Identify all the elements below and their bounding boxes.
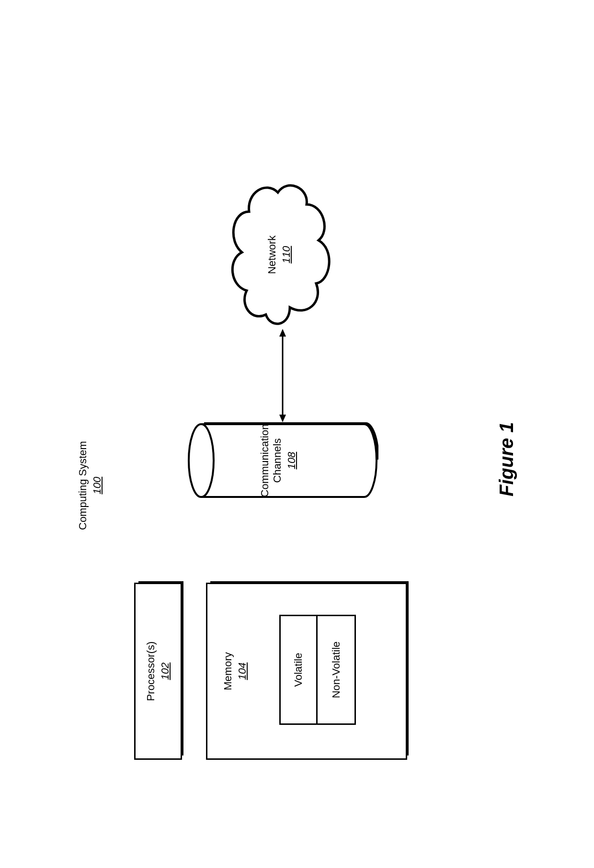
communication-channels-cylinder: Communication Channels 108	[187, 422, 378, 499]
svg-marker-2	[279, 415, 286, 422]
title-ref: 100	[91, 441, 103, 530]
memory-ref: 104	[236, 584, 249, 758]
comm-label2: Channels	[271, 422, 284, 499]
memory-inner-table: Volatile Non-Volatile	[279, 615, 356, 725]
nonvolatile-row: Non-Volatile	[318, 615, 356, 725]
comm-label1: Communication	[259, 422, 271, 499]
svg-point-0	[189, 424, 214, 497]
processor-label: Processor(s)	[145, 584, 157, 758]
diagram-title: Computing System 100	[77, 441, 103, 530]
memory-box: Memory 104 Volatile Non-Volatile	[206, 583, 407, 760]
volatile-row: Volatile	[279, 615, 318, 725]
bidirectional-arrow	[278, 329, 287, 422]
network-label: Network	[266, 178, 278, 331]
network-cloud: Network 110	[223, 178, 338, 331]
figure-label: Figure 1	[496, 422, 517, 496]
processor-ref: 102	[159, 584, 171, 758]
comm-text: Communication Channels 108	[259, 422, 298, 499]
memory-label: Memory	[222, 584, 234, 758]
title-label: Computing System	[77, 441, 89, 530]
diagram-container: Computing System 100 Processor(s) 102 Me…	[57, 75, 537, 793]
comm-ref: 108	[286, 422, 298, 499]
network-text: Network 110	[266, 178, 293, 331]
network-ref: 110	[280, 178, 293, 331]
processor-box: Processor(s) 102	[134, 583, 182, 760]
